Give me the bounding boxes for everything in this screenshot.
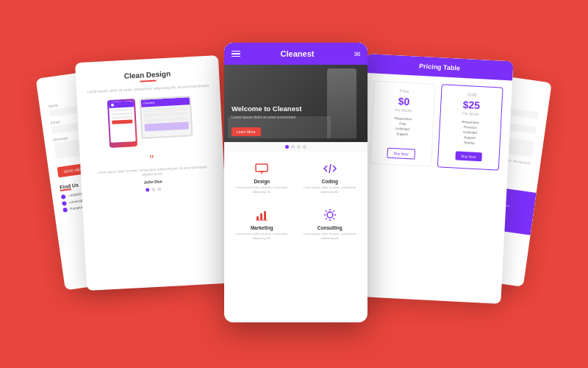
app-hero: Welcome to Cleanest Lorem ipsum dolor si… [224,65,368,142]
tablet-row-3 [144,116,188,122]
coding-icon [322,160,338,177]
app-title: Cleanest [281,49,315,58]
quote-dot-1 [146,188,149,191]
clean-design-text: Lorem ipsum dolor sit amet, consectetur … [87,83,209,95]
phone-screen [108,101,135,143]
clean-underline [140,80,156,82]
consulting-label: Consulting [318,225,343,230]
service-consulting: Consulting Lorem ipsum dolor sit amet, c… [298,202,362,244]
svg-line-3 [329,164,331,173]
tablet-image [144,121,188,131]
svg-line-13 [326,210,326,211]
phone-mockup: Cleanest [87,94,212,149]
card-pricing: Pricing Table Free $0 Per Month Responsi… [354,54,514,304]
marketing-icon [254,207,270,223]
gold-buy-button[interactable]: Buy Now [455,152,482,162]
svg-point-8 [327,212,333,218]
free-label: Free [377,88,431,95]
tablet-header: Cleanest [140,97,189,107]
service-design: Design Lorem ipsum dolor sit amet, conse… [230,156,294,198]
svg-line-16 [326,219,326,219]
marketing-label: Marketing [251,225,273,230]
svg-rect-5 [260,213,262,220]
phone-icon [61,194,66,199]
hero-subtitle: Lorem ipsum dolor sit amet consectetur [232,115,360,119]
phone-header-dot [110,103,113,106]
phone-line-1 [111,108,132,111]
hero-pagination [224,142,368,152]
coding-desc: Lorem ipsum dolor sit amet, consectetur … [301,185,359,194]
app-header: Cleanest ✉ [224,43,368,65]
hero-dot-4[interactable] [303,145,306,149]
svg-rect-4 [257,216,259,220]
hero-title: Welcome to Cleanest [232,105,360,113]
free-buy-button[interactable]: Buy Now [387,148,415,160]
consulting-icon [322,207,338,223]
pricing-gold: Gold $25 Per Month Responsive Premium Un… [437,84,503,170]
services-grid: Design Lorem ipsum dolor sit amet, conse… [224,152,368,249]
pricing-free: Free $0 Per Month Responsive Free Unlimi… [370,81,436,167]
service-coding: Coding Lorem ipsum dolor sit amet, conse… [298,156,362,198]
hero-content: Welcome to Cleanest Lorem ipsum dolor si… [232,105,360,136]
card-main-phone: Cleanest ✉ Welcome to Cleanest Lorem ips… [224,43,368,322]
learn-more-button[interactable]: Learn More [232,127,261,136]
phone-btn [112,119,132,124]
design-desc: Lorem ipsum dolor sit amet, consectetur … [233,185,291,194]
tablet-device: Cleanest [139,96,193,139]
envelope-icon[interactable]: ✉ [354,50,360,58]
pricing-columns: Free $0 Per Month Responsive Free Unlimi… [370,81,503,171]
design-icon [254,160,270,177]
svg-rect-6 [264,211,266,220]
phone-header [108,101,133,108]
quote-dot-3 [157,188,161,191]
phone-line-2 [111,112,132,115]
card-clean-design: Clean Design Lorem ipsum dolor sit amet,… [75,55,230,291]
hero-dot-1[interactable] [285,145,289,149]
scene: Contact Name Email Message SEND MESSAGE … [0,0,588,368]
phone-line-3 [111,116,132,118]
location-icon [62,207,68,212]
tablet-title-text: Cleanest [143,101,154,105]
email-icon [62,201,67,206]
hero-dot-3[interactable] [297,145,301,149]
marketing-desc: Lorem ipsum dolor sit amet, consectetur … [233,232,291,240]
pricing-title: Pricing Table [365,54,513,80]
svg-rect-0 [256,164,268,171]
service-marketing: Marketing Lorem ipsum dolor sit amet, co… [230,202,294,244]
svg-line-14 [333,219,334,219]
coding-label: Coding [322,179,338,184]
design-label: Design [254,179,270,184]
consulting-desc: Lorem ipsum dolor sit amet, consectetur … [301,232,359,240]
svg-line-15 [333,210,334,211]
hamburger-icon[interactable] [232,51,240,57]
quote-dot-2 [151,188,155,191]
hero-dot-2[interactable] [291,145,295,149]
gold-label: Gold [445,91,499,99]
phone-device [107,99,137,148]
